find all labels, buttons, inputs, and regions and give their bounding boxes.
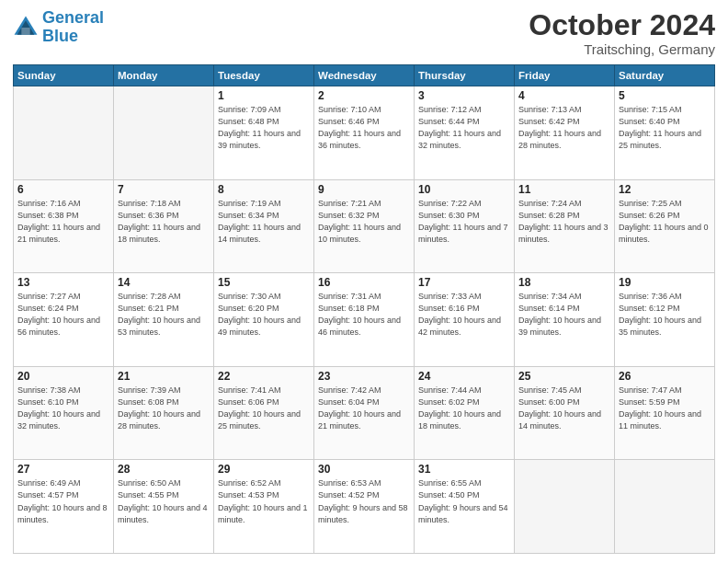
calendar-cell-w3-d4: 16Sunrise: 7:31 AM Sunset: 6:18 PM Dayli…	[314, 273, 415, 367]
col-wednesday: Wednesday	[314, 65, 415, 86]
day-info: Sunrise: 7:38 AM Sunset: 6:10 PM Dayligh…	[17, 385, 109, 432]
day-number: 7	[118, 183, 210, 196]
day-info: Sunrise: 6:49 AM Sunset: 4:57 PM Dayligh…	[17, 477, 109, 525]
calendar-cell-w4-d2: 21Sunrise: 7:39 AM Sunset: 6:08 PM Dayli…	[114, 366, 214, 460]
calendar-cell-w5-d4: 30Sunrise: 6:53 AM Sunset: 4:52 PM Dayli…	[314, 460, 415, 554]
day-info: Sunrise: 7:25 AM Sunset: 6:26 PM Dayligh…	[619, 198, 711, 246]
col-friday: Friday	[515, 65, 615, 86]
day-number: 5	[619, 89, 711, 102]
calendar-cell-w3-d3: 15Sunrise: 7:30 AM Sunset: 6:20 PM Dayli…	[214, 273, 314, 367]
day-info: Sunrise: 7:45 AM Sunset: 6:00 PM Dayligh…	[518, 385, 610, 432]
day-info: Sunrise: 7:39 AM Sunset: 6:08 PM Dayligh…	[118, 385, 210, 432]
day-info: Sunrise: 7:24 AM Sunset: 6:28 PM Dayligh…	[518, 198, 610, 246]
day-info: Sunrise: 7:21 AM Sunset: 6:32 PM Dayligh…	[318, 198, 410, 246]
day-info: Sunrise: 6:50 AM Sunset: 4:55 PM Dayligh…	[118, 477, 210, 525]
day-number: 10	[418, 183, 510, 196]
calendar-cell-w1-d3: 1Sunrise: 7:09 AM Sunset: 6:48 PM Daylig…	[214, 86, 314, 180]
day-number: 6	[17, 183, 109, 196]
calendar-cell-w5-d7	[615, 460, 715, 554]
calendar-cell-w3-d1: 13Sunrise: 7:27 AM Sunset: 6:24 PM Dayli…	[14, 273, 114, 367]
calendar-week-1: 1Sunrise: 7:09 AM Sunset: 6:48 PM Daylig…	[14, 86, 715, 180]
day-number: 11	[518, 183, 610, 196]
logo: General Blue	[13, 9, 104, 46]
day-info: Sunrise: 7:22 AM Sunset: 6:30 PM Dayligh…	[418, 198, 510, 246]
day-info: Sunrise: 7:18 AM Sunset: 6:36 PM Dayligh…	[118, 198, 210, 246]
day-number: 13	[17, 276, 109, 289]
calendar-header-row: Sunday Monday Tuesday Wednesday Thursday…	[14, 65, 715, 86]
col-saturday: Saturday	[615, 65, 715, 86]
day-number: 9	[318, 183, 410, 196]
calendar-cell-w2-d3: 8Sunrise: 7:19 AM Sunset: 6:34 PM Daylig…	[214, 179, 314, 273]
day-number: 25	[518, 370, 610, 383]
logo-text: General Blue	[42, 9, 104, 46]
logo-general: General	[42, 8, 104, 27]
calendar-cell-w2-d5: 10Sunrise: 7:22 AM Sunset: 6:30 PM Dayli…	[415, 179, 515, 273]
day-info: Sunrise: 7:34 AM Sunset: 6:14 PM Dayligh…	[518, 291, 610, 339]
calendar-cell-w1-d2	[114, 86, 214, 180]
day-number: 23	[318, 370, 410, 383]
day-info: Sunrise: 7:09 AM Sunset: 6:48 PM Dayligh…	[218, 104, 310, 152]
day-info: Sunrise: 7:30 AM Sunset: 6:20 PM Dayligh…	[218, 291, 310, 339]
calendar-cell-w4-d3: 22Sunrise: 7:41 AM Sunset: 6:06 PM Dayli…	[214, 366, 314, 460]
day-info: Sunrise: 7:44 AM Sunset: 6:02 PM Dayligh…	[418, 385, 510, 432]
calendar-cell-w4-d4: 23Sunrise: 7:42 AM Sunset: 6:04 PM Dayli…	[314, 366, 415, 460]
header: General Blue October 2024 Traitsching, G…	[13, 9, 715, 57]
day-number: 31	[418, 463, 510, 476]
calendar-cell-w4-d1: 20Sunrise: 7:38 AM Sunset: 6:10 PM Dayli…	[14, 366, 114, 460]
day-number: 16	[318, 276, 410, 289]
calendar-cell-w1-d5: 3Sunrise: 7:12 AM Sunset: 6:44 PM Daylig…	[415, 86, 515, 180]
day-info: Sunrise: 7:27 AM Sunset: 6:24 PM Dayligh…	[17, 291, 109, 339]
day-number: 27	[17, 463, 109, 476]
calendar-cell-w4-d6: 25Sunrise: 7:45 AM Sunset: 6:00 PM Dayli…	[515, 366, 615, 460]
day-number: 3	[418, 89, 510, 102]
page: General Blue October 2024 Traitsching, G…	[0, 0, 728, 563]
day-number: 12	[619, 183, 711, 196]
calendar-cell-w3-d6: 18Sunrise: 7:34 AM Sunset: 6:14 PM Dayli…	[515, 273, 615, 367]
calendar-cell-w5-d5: 31Sunrise: 6:55 AM Sunset: 4:50 PM Dayli…	[415, 460, 515, 554]
calendar-cell-w5-d1: 27Sunrise: 6:49 AM Sunset: 4:57 PM Dayli…	[14, 460, 114, 554]
month-title: October 2024	[529, 9, 715, 41]
day-info: Sunrise: 7:12 AM Sunset: 6:44 PM Dayligh…	[418, 104, 510, 152]
day-info: Sunrise: 7:13 AM Sunset: 6:42 PM Dayligh…	[518, 104, 610, 152]
calendar-week-4: 20Sunrise: 7:38 AM Sunset: 6:10 PM Dayli…	[14, 366, 715, 460]
day-number: 17	[418, 276, 510, 289]
calendar-cell-w1-d6: 4Sunrise: 7:13 AM Sunset: 6:42 PM Daylig…	[515, 86, 615, 180]
day-info: Sunrise: 7:36 AM Sunset: 6:12 PM Dayligh…	[619, 291, 711, 339]
day-number: 21	[118, 370, 210, 383]
day-number: 14	[118, 276, 210, 289]
day-info: Sunrise: 7:41 AM Sunset: 6:06 PM Dayligh…	[218, 385, 310, 432]
day-info: Sunrise: 6:55 AM Sunset: 4:50 PM Dayligh…	[418, 477, 510, 525]
calendar-week-2: 6Sunrise: 7:16 AM Sunset: 6:38 PM Daylig…	[14, 179, 715, 273]
location-title: Traitsching, Germany	[529, 41, 715, 57]
calendar-cell-w5-d3: 29Sunrise: 6:52 AM Sunset: 4:53 PM Dayli…	[214, 460, 314, 554]
col-sunday: Sunday	[14, 65, 114, 86]
day-number: 29	[218, 463, 310, 476]
day-info: Sunrise: 7:47 AM Sunset: 5:59 PM Dayligh…	[619, 385, 711, 432]
svg-rect-2	[21, 28, 29, 35]
calendar-cell-w1-d4: 2Sunrise: 7:10 AM Sunset: 6:46 PM Daylig…	[314, 86, 415, 180]
calendar-cell-w1-d7: 5Sunrise: 7:15 AM Sunset: 6:40 PM Daylig…	[615, 86, 715, 180]
day-info: Sunrise: 6:53 AM Sunset: 4:52 PM Dayligh…	[318, 477, 410, 525]
logo-blue: Blue	[42, 27, 78, 45]
calendar-cell-w3-d7: 19Sunrise: 7:36 AM Sunset: 6:12 PM Dayli…	[615, 273, 715, 367]
day-number: 28	[118, 463, 210, 476]
calendar-cell-w5-d6	[515, 460, 615, 554]
day-info: Sunrise: 7:33 AM Sunset: 6:16 PM Dayligh…	[418, 291, 510, 339]
calendar-week-5: 27Sunrise: 6:49 AM Sunset: 4:57 PM Dayli…	[14, 460, 715, 554]
col-tuesday: Tuesday	[214, 65, 314, 86]
day-info: Sunrise: 7:31 AM Sunset: 6:18 PM Dayligh…	[318, 291, 410, 339]
col-monday: Monday	[114, 65, 214, 86]
calendar-cell-w2-d4: 9Sunrise: 7:21 AM Sunset: 6:32 PM Daylig…	[314, 179, 415, 273]
calendar-cell-w4-d5: 24Sunrise: 7:44 AM Sunset: 6:02 PM Dayli…	[415, 366, 515, 460]
day-number: 30	[318, 463, 410, 476]
day-number: 1	[218, 89, 310, 102]
calendar-cell-w2-d2: 7Sunrise: 7:18 AM Sunset: 6:36 PM Daylig…	[114, 179, 214, 273]
day-number: 24	[418, 370, 510, 383]
calendar-cell-w2-d7: 12Sunrise: 7:25 AM Sunset: 6:26 PM Dayli…	[615, 179, 715, 273]
calendar-cell-w3-d2: 14Sunrise: 7:28 AM Sunset: 6:21 PM Dayli…	[114, 273, 214, 367]
calendar-cell-w1-d1	[14, 86, 114, 180]
calendar-cell-w5-d2: 28Sunrise: 6:50 AM Sunset: 4:55 PM Dayli…	[114, 460, 214, 554]
day-number: 15	[218, 276, 310, 289]
calendar-cell-w2-d6: 11Sunrise: 7:24 AM Sunset: 6:28 PM Dayli…	[515, 179, 615, 273]
day-info: Sunrise: 7:28 AM Sunset: 6:21 PM Dayligh…	[118, 291, 210, 339]
